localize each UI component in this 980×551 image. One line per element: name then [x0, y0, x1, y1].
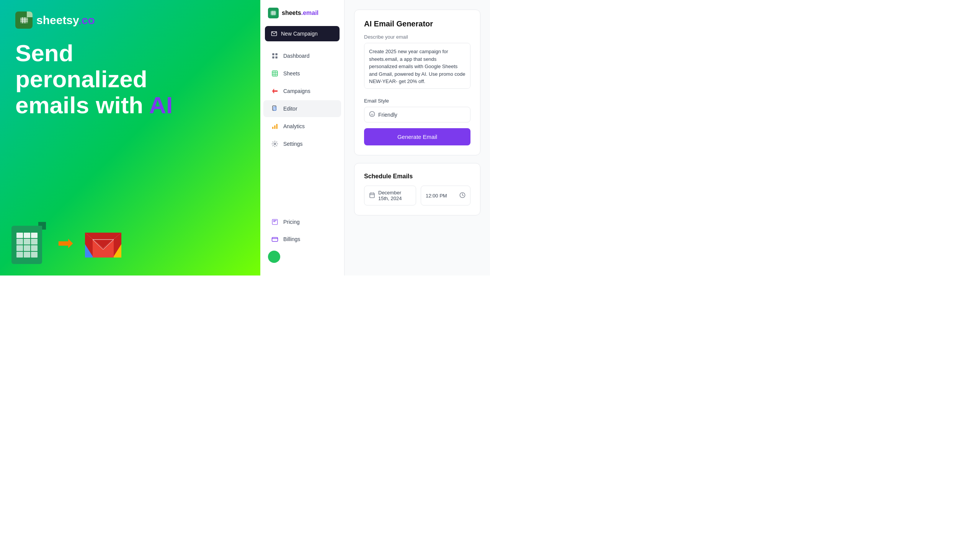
- user-avatar[interactable]: [268, 251, 280, 263]
- sidebar-bottom: Pricing Billings: [260, 213, 344, 270]
- svg-rect-35: [272, 127, 273, 129]
- new-campaign-button[interactable]: New Campaign: [265, 26, 340, 41]
- svg-point-43: [372, 113, 373, 114]
- app-container: sheets.email New Campaign Dashboard: [260, 0, 490, 276]
- editor-icon: [271, 105, 279, 112]
- sidebar-item-sheets[interactable]: Sheets: [263, 65, 341, 82]
- hero-headline: Send peronalized emails with AI: [15, 40, 245, 119]
- hero-images: ➡: [11, 222, 121, 264]
- settings-icon: [271, 140, 279, 148]
- smiley-icon: [369, 111, 375, 118]
- sidebar-item-label: Analytics: [283, 123, 305, 129]
- svg-rect-37: [276, 124, 278, 129]
- sidebar-logo-icon: [268, 8, 279, 18]
- email-icon: [271, 31, 277, 37]
- svg-rect-21: [276, 53, 278, 55]
- sidebar-item-settings[interactable]: Settings: [263, 135, 341, 152]
- sidebar-logo-text: sheets.email: [282, 10, 318, 16]
- svg-rect-20: [272, 53, 274, 55]
- svg-rect-44: [370, 193, 374, 197]
- svg-point-42: [371, 113, 371, 114]
- sidebar-item-analytics[interactable]: Analytics: [263, 118, 341, 135]
- clock-icon: [459, 192, 466, 199]
- email-style-section: Email Style Friendly: [364, 98, 470, 122]
- svg-rect-30: [273, 106, 276, 111]
- ai-generator-card: AI Email Generator Describe your email E…: [354, 10, 480, 155]
- email-style-select[interactable]: Friendly: [364, 107, 470, 122]
- hero-logo-icon: [15, 11, 33, 29]
- main-content: AI Email Generator Describe your email E…: [345, 0, 490, 276]
- email-style-value: Friendly: [378, 112, 397, 118]
- gmail-icon: [85, 229, 121, 258]
- hero-section: sheetsy.co Send peronalized emails with …: [0, 0, 260, 276]
- calendar-icon: [369, 192, 375, 199]
- campaigns-icon: [271, 87, 279, 95]
- svg-point-41: [369, 111, 374, 116]
- pricing-icon: [271, 218, 279, 226]
- sidebar-item-label: Sheets: [283, 70, 300, 77]
- sidebar-item-label: Billings: [283, 236, 300, 242]
- generate-email-button[interactable]: Generate Email: [364, 128, 470, 145]
- sidebar: sheets.email New Campaign Dashboard: [260, 0, 345, 276]
- svg-rect-0: [20, 17, 28, 23]
- sidebar-item-label: Settings: [283, 141, 303, 147]
- dashboard-icon: [271, 52, 279, 60]
- describe-label: Describe your email: [364, 34, 470, 40]
- svg-rect-24: [272, 71, 278, 76]
- sidebar-item-label: Editor: [283, 106, 297, 112]
- sidebar-item-label: Campaigns: [283, 88, 310, 94]
- arrow-icon: ➡: [57, 232, 74, 254]
- email-style-label: Email Style: [364, 98, 470, 104]
- hero-logo-text: sheetsy.co: [36, 14, 95, 27]
- sidebar-item-dashboard[interactable]: Dashboard: [263, 47, 341, 64]
- svg-rect-39: [272, 238, 278, 242]
- sheets-nav-icon: [271, 70, 279, 77]
- time-value: 12:00 PM: [426, 193, 447, 199]
- ai-generator-title: AI Email Generator: [364, 20, 470, 28]
- date-input[interactable]: December 15th, 2024: [364, 186, 416, 205]
- schedule-inputs: December 15th, 2024 12:00 PM: [364, 186, 470, 205]
- svg-rect-23: [276, 57, 278, 59]
- sidebar-item-label: Dashboard: [283, 53, 310, 59]
- sidebar-logo: sheets.email: [260, 6, 344, 26]
- sidebar-item-label: Pricing: [283, 219, 300, 225]
- sidebar-item-campaigns[interactable]: Campaigns: [263, 83, 341, 99]
- sidebar-item-billings[interactable]: Billings: [263, 231, 341, 248]
- analytics-icon: [271, 122, 279, 130]
- svg-rect-36: [274, 126, 276, 129]
- billings-icon: [271, 235, 279, 243]
- time-input[interactable]: 12:00 PM: [421, 186, 470, 205]
- svg-marker-29: [272, 89, 278, 93]
- svg-rect-14: [271, 11, 276, 15]
- svg-point-38: [274, 143, 276, 145]
- date-value: December 15th, 2024: [378, 190, 411, 201]
- svg-rect-22: [272, 57, 274, 59]
- hero-logo: sheetsy.co: [15, 11, 245, 29]
- google-sheets-icon: [11, 222, 46, 264]
- schedule-section: Schedule Emails December 15th, 2024 12: [354, 163, 480, 215]
- sidebar-item-editor[interactable]: Editor: [263, 100, 341, 117]
- describe-textarea[interactable]: [364, 43, 470, 89]
- sidebar-item-pricing[interactable]: Pricing: [263, 214, 341, 230]
- schedule-title: Schedule Emails: [364, 173, 470, 180]
